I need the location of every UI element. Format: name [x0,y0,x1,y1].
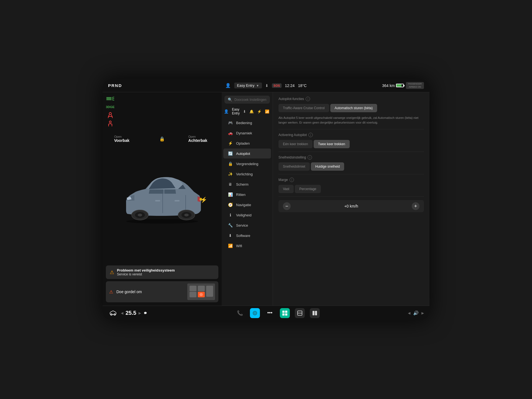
navigatie-icon: 🧭 [228,203,233,207]
svg-rect-25 [206,286,213,297]
download-icon-settings[interactable]: ⬇ [243,109,246,114]
camera-icon-taskbar[interactable] [250,308,260,318]
autopilot-icon: 🔄 [228,151,233,156]
phone-icon-taskbar[interactable]: 📞 [235,308,245,318]
software-label: Software [236,234,250,238]
nav-next-btn[interactable]: ▶ [421,311,424,315]
svg-point-8 [109,121,111,123]
sidebar-item-dynamiek[interactable]: 🚗 Dynamiek [223,128,271,138]
info-icon-activering[interactable]: i [308,133,313,137]
user-icon: 👤 [225,83,231,88]
top-status-bar: PRND 👤 Easy Entry ▼ ⬇ SOS 12:24 18°C 364… [103,79,429,92]
dynamiek-icon: 🚗 [228,131,233,135]
service-label: Service [236,223,248,227]
bottom-right-section: ◀ 🔊 ▶ [408,310,424,316]
ritten-icon: 📊 [228,192,233,197]
snelheidslimiet-btn[interactable]: Snelheidslimiet [278,162,310,171]
sidebar-item-service[interactable]: 🔧 Service [223,220,271,230]
bediening-icon: 🎮 [228,121,233,125]
bediening-label: Bediening [236,121,252,125]
temp-decrease-btn[interactable]: ◀ [121,311,123,315]
auto-steer-btn[interactable]: Automatisch sturen (bèta) [330,104,377,112]
svg-point-7 [109,112,111,115]
download-icon-top[interactable]: ⬇ [265,83,268,88]
temp-increase-btn[interactable]: ▶ [139,311,141,315]
info-icon-marge[interactable]: i [290,178,294,182]
app-icon-1-taskbar[interactable] [280,308,290,318]
nav-prev-btn[interactable]: ◀ [408,311,410,315]
info-icon-functies[interactable]: i [306,97,310,101]
sidebar-item-autopilot[interactable]: 🔄 Autopilot [223,149,271,158]
svg-point-27 [200,293,203,296]
temperature-control: ◀ 25.5 ▶ [121,310,141,316]
settings-menu: 🎮 Bediening 🚗 Dynamiek ⚡ Opladen 🔄 Autop… [222,118,273,251]
sidebar-item-opladen[interactable]: ⚡ Opladen [223,138,271,148]
navigatie-label: Navigatie [236,203,251,207]
right-panel: 🔍 Doorzoek Instellingen 👤 Easy Entry ⬇ 🔔… [222,92,429,306]
speed-plus-btn[interactable]: + [412,202,420,210]
prnd-display: PRND [108,83,122,88]
left-panel: 3DGE [103,92,222,306]
sidebar-item-veiligheid[interactable]: ℹ Veiligheid [223,210,271,220]
alert-triangle-icon: ⚠ [110,269,114,275]
activering-title: Activering Autopilot i [278,133,424,137]
user-label-settings: Easy Entry [232,108,240,115]
info-icon-snelheid[interactable]: i [308,155,312,160]
sidebar-item-verlichting[interactable]: ✨ Verlichting [223,169,271,179]
voorbak-label: Open Voorbak [114,135,129,143]
traffic-aware-btn[interactable]: Traffic-Aware Cruise Control [278,104,329,112]
seat-map [187,283,215,300]
bottom-taskbar: ◀ 25.5 ▶ 💬 📞 ••• [103,306,429,320]
speed-minus-btn[interactable]: − [283,202,291,210]
percentage-btn[interactable]: Percentage [295,185,321,193]
sidebar-item-software[interactable]: ⬇ Software [223,231,271,241]
main-content: 3DGE [103,92,429,306]
twee-keer-btn[interactable]: Twee keer trekken [314,140,350,148]
bluetooth-icon-settings[interactable]: ⚡ [257,109,262,114]
svg-rect-35 [282,313,285,316]
sidebar-item-navigatie[interactable]: 🧭 Navigatie [223,200,271,210]
range-display: 364 km [382,83,404,88]
bell-icon-settings[interactable]: 🔔 [249,109,254,114]
more-icon-taskbar[interactable]: ••• [265,308,275,318]
veiligheid-label: Veiligheid [236,213,252,217]
svg-point-17 [184,214,189,216]
vast-btn[interactable]: Vast [278,185,294,193]
safety-alert[interactable]: ⚠ Probleem met veiligheidssysteem Servic… [106,265,218,279]
car-visual-area: Open Voorbak 🔒 Open Achterbak ⚡ [106,129,218,263]
sidebar-item-wifi[interactable]: 📶 Wifi [223,241,271,251]
charging-icon: ⚡ [200,196,207,203]
bottom-left-section: ◀ 25.5 ▶ 💬 [108,308,147,318]
volume-icon[interactable]: 🔊 [413,310,419,316]
search-box[interactable]: 🔍 Doorzoek Instellingen [224,96,270,104]
veiligheid-icon: ℹ [228,213,233,217]
svg-line-5 [112,100,114,100]
huidige-snelheid-btn[interactable]: Huidige snelheid [311,162,344,171]
sidebar-item-vergrendeling[interactable]: 🔒 Vergrendeling [223,159,271,169]
svg-rect-34 [285,311,287,313]
activering-buttons: Eén keer trekken Twee keer trekken [278,140,424,148]
lock-icon-car: 🔒 [159,136,165,142]
top-bar-left: PRND [108,83,122,88]
sos-badge[interactable]: SOS [272,83,282,88]
sidebar-item-scherm[interactable]: 🖥 Scherm [223,179,271,189]
speed-value-display: +0 km/h [294,204,408,208]
seatbelt-alert[interactable]: ⚠ Doe gordel om [106,281,218,302]
signal-icon-settings: 📶 [265,109,269,114]
vergrendeling-label: Vergrendeling [236,162,258,166]
sidebar-item-bediening[interactable]: 🎮 Bediening [223,118,271,128]
seatbelt-warning-icon: ⚠ [109,289,113,295]
app-icon-2-taskbar[interactable] [295,308,305,318]
person-icon [106,121,115,127]
easy-entry-badge[interactable]: Easy Entry ▼ [234,83,262,88]
een-keer-btn[interactable]: Eén keer trekken [278,140,313,148]
autopilot-functies-title: Autopilot-functies i [278,97,424,101]
sidebar-item-ritten[interactable]: 📊 Ritten [223,190,271,200]
edge-icon[interactable]: 3DGE [106,104,115,110]
seatbelt-icon-left [106,112,115,118]
autopilot-description: Als Autopilot 5 keer wordt uitgeschakeld… [278,116,424,125]
headlights-icon[interactable] [106,96,115,102]
app-icon-3-taskbar[interactable] [310,308,320,318]
car-icon-taskbar[interactable] [108,308,118,318]
opladen-icon: ⚡ [228,141,233,145]
